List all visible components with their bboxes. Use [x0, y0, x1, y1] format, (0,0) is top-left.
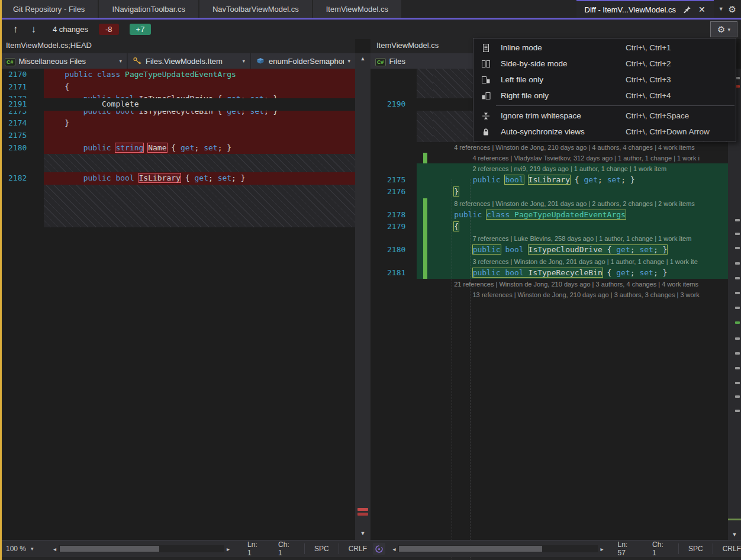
code-row[interactable]: 2176 } — [370, 186, 728, 198]
code-row[interactable]: 2178 public class PageTypeUpdatedEventAr… — [370, 209, 728, 221]
diff-margin — [370, 267, 387, 279]
code-row[interactable]: 2171 { — [0, 81, 355, 94]
scrollbar-thumb[interactable] — [60, 546, 159, 552]
line-number — [0, 185, 44, 227]
right-file-only-icon — [478, 91, 494, 101]
diff-margin — [370, 186, 387, 198]
tab-label: ItemViewModel.cs — [326, 5, 388, 14]
code-row[interactable]: 2179 { — [370, 221, 728, 233]
line-number — [387, 289, 417, 300]
window-gear-icon[interactable]: ⚙ — [729, 5, 736, 14]
codelens-row[interactable]: 4 references | Vladyslav Tsvietkov, 312 … — [370, 153, 728, 163]
scrollbar-change-mark — [735, 307, 740, 309]
change-gutter — [417, 98, 433, 111]
inline-mode-icon — [478, 43, 494, 53]
change-gutter — [417, 289, 433, 300]
right-horizontal-scrollbar[interactable]: ◂ ▸ — [390, 544, 605, 553]
scroll-up-icon[interactable]: ▲ — [355, 56, 370, 62]
diff-settings-button[interactable]: ⚙ ▾ — [710, 21, 737, 37]
added-change-bar — [423, 256, 427, 267]
intellicode-icon[interactable] — [373, 543, 385, 555]
codelens-row[interactable]: 13 references | Winston de Jong, 210 day… — [370, 289, 728, 300]
left-space-indicator: SPC — [314, 545, 329, 553]
tab-controls: ▼ ⚙ — [714, 0, 741, 18]
change-gutter — [417, 142, 433, 153]
code-row[interactable]: 2174 } — [0, 117, 355, 130]
menu-item-right-file-only[interactable]: Right file onlyCtrl+\, Ctrl+4 — [473, 88, 736, 104]
scroll-right-icon[interactable]: ▸ — [224, 546, 232, 552]
menu-item-auto-synchronize-views[interactable]: Auto-synchronize viewsCtrl+\, Ctrl+Down … — [473, 124, 736, 140]
gear-icon: ⚙ — [717, 25, 725, 34]
code-row[interactable]: 2170 public class PageTypeUpdatedEventAr… — [0, 69, 355, 81]
previous-change-button[interactable]: ↑ — [13, 24, 18, 36]
scrollbar-change-mark — [735, 410, 740, 412]
scroll-down-icon[interactable]: ▼ — [355, 530, 370, 536]
additions-badge: +7 — [130, 24, 152, 35]
deletions-badge: -8 — [99, 24, 119, 35]
codelens-row[interactable]: 21 references | Winston de Jong, 210 day… — [370, 279, 728, 289]
line-number — [387, 233, 417, 244]
code-text — [44, 130, 355, 142]
line-number: 2171 — [0, 81, 44, 94]
close-icon[interactable]: ✕ — [698, 5, 705, 14]
side-by-side-mode-icon — [478, 59, 494, 69]
scrollbar-change-mark — [735, 277, 740, 279]
menu-item-side-by-side-mode[interactable]: Side-by-side modeCtrl+\, Ctrl+2 — [473, 56, 736, 72]
codelens-row[interactable]: 4 references | Winston de Jong, 210 days… — [370, 142, 728, 153]
diff-margin — [370, 209, 387, 221]
code-row[interactable]: 2180 public string Name { get; set; } — [0, 142, 355, 155]
code-text: public bool IsTypeCloudDrive { get; set;… — [433, 244, 728, 256]
codelens-row[interactable]: 8 references | Winston de Jong, 201 days… — [370, 198, 728, 209]
codelens-row[interactable]: 2 references | nvi9, 219 days ago | 1 au… — [370, 163, 728, 174]
codelens-text: 3 references | Winston de Jong, 201 days… — [433, 256, 728, 267]
menu-item-shortcut: Ctrl+\, Ctrl+3 — [626, 75, 726, 84]
scroll-left-icon[interactable]: ◂ — [390, 546, 398, 552]
codelens-row[interactable]: 7 references | Luke Blevins, 258 days ag… — [370, 233, 728, 244]
tab-inavigationtoolbar-cs[interactable]: INavigationToolbar.cs — [99, 0, 198, 18]
diff-margin — [370, 244, 387, 256]
tab-list-chevron-icon[interactable]: ▼ — [719, 6, 724, 12]
code-row[interactable]: 2175 — [0, 130, 355, 142]
scroll-left-icon[interactable]: ◂ — [51, 546, 59, 552]
code-row[interactable]: 2180 public bool IsTypeCloudDrive { get;… — [370, 244, 728, 256]
codelens-row[interactable]: 3 references | Winston de Jong, 201 days… — [370, 256, 728, 267]
pin-icon[interactable] — [683, 5, 691, 14]
left-horizontal-scrollbar[interactable]: ◂ ▸ — [51, 544, 232, 553]
menu-item-ignore-trim-whitespace[interactable]: Ignore trim whitespaceCtrl+\, Ctrl+Space — [473, 108, 736, 124]
code-row[interactable]: 2182 public bool IsLibrary { get; set; } — [0, 172, 355, 185]
scrollbar-thumb[interactable] — [399, 546, 542, 552]
changes-count: 4 changes — [53, 25, 88, 34]
tab-itemviewmodel-cs[interactable]: ItemViewModel.cs — [313, 0, 401, 18]
diff-margin — [370, 198, 387, 209]
tab-diff-active[interactable]: Diff - ItemV...ViewModel.cs ✕ — [576, 0, 714, 18]
breadcrumb-dropdown-enumfoldersemaphor[interactable]: enumFolderSemaphor▾ — [251, 53, 355, 69]
code-row[interactable]: 2181 public bool IsTypeRecycleBin { get;… — [370, 267, 728, 279]
dropdown-label: Miscellaneous Files — [19, 57, 86, 66]
breadcrumb-dropdown-files-viewmodels-item[interactable]: Files.ViewModels.Item▾ — [128, 53, 250, 69]
zoom-control[interactable]: 100 % ▾ — [6, 545, 51, 553]
tab-navtoolbarviewmodel-cs[interactable]: NavToolbarViewModel.cs — [199, 0, 312, 18]
line-number — [387, 153, 417, 163]
tab-git-repository-files[interactable]: Git Repository - Files — [0, 0, 98, 18]
left-editor[interactable]: 2163 Connection.RequestReceived -= Conne… — [0, 69, 355, 540]
menu-item-inline-mode[interactable]: Inline modeCtrl+\, Ctrl+1 — [473, 40, 736, 56]
breadcrumb-dropdown-miscellaneous-files[interactable]: C#Miscellaneous Files▾ — [0, 53, 127, 69]
left-editor-pane: ItemViewModel.cs;HEAD C#Miscellaneous Fi… — [0, 39, 355, 540]
codelens-text: 7 references | Luke Blevins, 258 days ag… — [433, 233, 728, 244]
scrollbar-thumb[interactable] — [728, 519, 741, 520]
code-row[interactable]: 2191 Complete — [0, 98, 355, 111]
next-change-button[interactable]: ↓ — [31, 24, 37, 36]
diff-margin — [370, 153, 387, 163]
scroll-right-icon[interactable]: ▸ — [598, 546, 605, 552]
diff-padding-hatch — [0, 185, 355, 227]
scrollbar-change-mark — [735, 382, 740, 384]
menu-item-left-file-only[interactable]: Left file onlyCtrl+\, Ctrl+3 — [473, 72, 736, 88]
code-row[interactable]: 2175 public bool IsLibrary { get; set; } — [370, 174, 728, 186]
scroll-down-icon[interactable]: ▼ — [728, 532, 741, 538]
menu-item-shortcut: Ctrl+\, Ctrl+Space — [626, 111, 726, 120]
left-vertical-scrollbar[interactable]: ▲ ▼ — [355, 53, 370, 540]
scrollbar-change-mark — [735, 262, 740, 265]
line-number — [0, 154, 44, 172]
breadcrumb-dropdown-files[interactable]: C#Files▾ — [370, 53, 481, 69]
chevron-down-icon: ▾ — [242, 58, 245, 64]
